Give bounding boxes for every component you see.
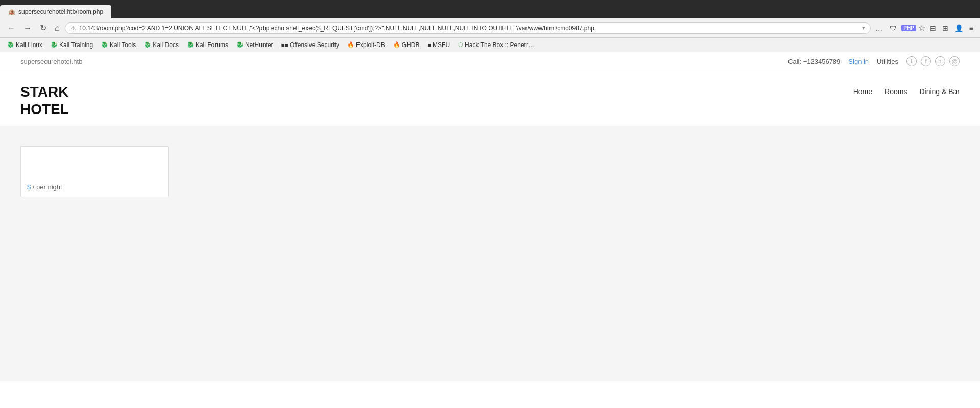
bookmark-msfu-label: MSFU — [433, 41, 450, 49]
home-button[interactable]: ⌂ — [52, 21, 63, 35]
nethunter-icon: 🐉 — [236, 41, 244, 48]
browser-tab[interactable]: 🏨 supersecurehotel.htb/room.php — [0, 5, 111, 18]
facebook-icon[interactable]: f — [921, 56, 931, 66]
nav-home[interactable]: Home — [853, 87, 872, 96]
bookmark-kali-tools[interactable]: 🐉 Kali Tools — [98, 40, 139, 50]
logo-line1: STARK — [20, 83, 69, 101]
bookmark-exploit-db[interactable]: 🔥 Exploit-DB — [344, 40, 388, 50]
bookmark-offensive-security-label: Offensive Security — [290, 41, 339, 49]
bookmark-offensive-security[interactable]: ■■ Offensive Security — [278, 40, 342, 50]
site-main-content: $ / per night — [0, 126, 980, 381]
bookmark-kali-training[interactable]: 🐉 Kali Training — [47, 40, 96, 50]
site-topbar: supersecurehotel.htb Call: +123456789 Si… — [0, 52, 980, 71]
email-icon[interactable]: @ — [949, 56, 960, 66]
url-display: 10.143/room.php?cod=2 AND 1=2 UNION ALL … — [79, 25, 859, 32]
security-icon: ⚠ — [70, 25, 76, 32]
price-suffix: / per night — [33, 183, 62, 191]
info-icon[interactable]: ℹ — [906, 56, 917, 66]
kali-docs-icon: 🐉 — [144, 41, 151, 48]
url-dropdown-button[interactable]: ▾ — [862, 25, 865, 31]
room-section: $ / per night — [0, 126, 980, 218]
kali-training-icon: 🐉 — [51, 41, 58, 48]
utilities-link[interactable]: Utilities — [877, 58, 898, 65]
tab-favicon: 🏨 — [8, 9, 15, 15]
phone-label: Call: — [788, 58, 801, 65]
back-button[interactable]: ← — [4, 21, 18, 35]
bookmark-hack-the-box[interactable]: ⬡ Hack The Box :: Penetr… — [455, 40, 537, 50]
hack-the-box-icon: ⬡ — [458, 41, 463, 48]
bookmark-kali-docs-label: Kali Docs — [153, 41, 179, 49]
tab-label: supersecurehotel.htb/room.php — [18, 8, 103, 15]
forward-button[interactable]: → — [20, 21, 35, 35]
twitter-icon[interactable]: t — [935, 56, 945, 66]
offensive-security-icon: ■■ — [281, 42, 288, 48]
bookmark-nethunter[interactable]: 🐉 NetHunter — [233, 40, 276, 50]
site-phone: Call: +123456789 — [788, 58, 840, 65]
phone-number: +123456789 — [803, 58, 841, 65]
site-logo: STARK HOTEL — [20, 83, 69, 118]
exploit-db-icon: 🔥 — [347, 41, 354, 48]
bookmark-kali-docs[interactable]: 🐉 Kali Docs — [141, 40, 182, 50]
profile-button[interactable]: 👤 — [952, 22, 966, 34]
ghdb-icon: 🔥 — [393, 41, 400, 48]
social-icons: ℹ f t @ — [906, 56, 960, 66]
bookmark-kali-forums[interactable]: 🐉 Kali Forums — [184, 40, 231, 50]
price-dollar-sign: $ — [27, 183, 31, 191]
website-content: supersecurehotel.htb Call: +123456789 Si… — [0, 52, 980, 408]
nav-dining[interactable]: Dining & Bar — [919, 87, 960, 96]
menu-button[interactable]: ≡ — [967, 22, 976, 34]
nav-rooms[interactable]: Rooms — [885, 87, 907, 96]
kali-linux-icon: 🐉 — [7, 41, 14, 48]
php-badge: PHP — [901, 25, 916, 31]
bookmark-kali-training-label: Kali Training — [59, 41, 93, 49]
room-price: $ / per night — [27, 183, 162, 191]
nav-actions: … 🛡 PHP ☆ — [873, 22, 925, 34]
sign-in-link[interactable]: Sign in — [848, 58, 869, 65]
browser-actions: ⊟ ⊞ 👤 ≡ — [927, 22, 976, 34]
bookmark-hack-the-box-label: Hack The Box :: Penetr… — [465, 41, 534, 49]
bookmark-exploit-db-label: Exploit-DB — [356, 41, 385, 49]
site-header: STARK HOTEL Home Rooms Dining & Bar — [0, 71, 980, 126]
logo-line2: HOTEL — [20, 101, 69, 118]
bookmark-ghdb[interactable]: 🔥 GHDB — [390, 40, 423, 50]
kali-tools-icon: 🐉 — [101, 41, 108, 48]
reload-button[interactable]: ↻ — [37, 21, 50, 35]
bookmark-kali-forums-label: Kali Forums — [196, 41, 228, 49]
more-button[interactable]: … — [873, 22, 885, 34]
bookmark-kali-linux-label: Kali Linux — [16, 41, 42, 49]
bookmark-kali-tools-label: Kali Tools — [110, 41, 136, 49]
sidebar-button[interactable]: ⊟ — [927, 22, 939, 34]
shield-button[interactable]: 🛡 — [887, 22, 899, 34]
site-topbar-right: Call: +123456789 Sign in Utilities ℹ f t… — [788, 56, 960, 66]
msfu-icon: ■ — [427, 42, 431, 48]
address-bar[interactable]: ⚠ 10.143/room.php?cod=2 AND 1=2 UNION AL… — [65, 22, 871, 34]
kali-forums-icon: 🐉 — [187, 41, 194, 48]
bookmark-kali-linux[interactable]: 🐉 Kali Linux — [4, 40, 45, 50]
bookmark-nethunter-label: NetHunter — [245, 41, 273, 49]
bookmark-star-button[interactable]: ☆ — [918, 23, 925, 33]
bookmark-ghdb-label: GHDB — [402, 41, 420, 49]
bookmarks-bar: 🐉 Kali Linux 🐉 Kali Training 🐉 Kali Tool… — [0, 38, 980, 52]
grid-button[interactable]: ⊞ — [940, 22, 951, 34]
site-domain: supersecurehotel.htb — [20, 58, 82, 65]
bookmark-msfu[interactable]: ■ MSFU — [424, 40, 453, 50]
site-navigation: Home Rooms Dining & Bar — [853, 83, 960, 96]
room-card: $ / per night — [20, 146, 169, 197]
